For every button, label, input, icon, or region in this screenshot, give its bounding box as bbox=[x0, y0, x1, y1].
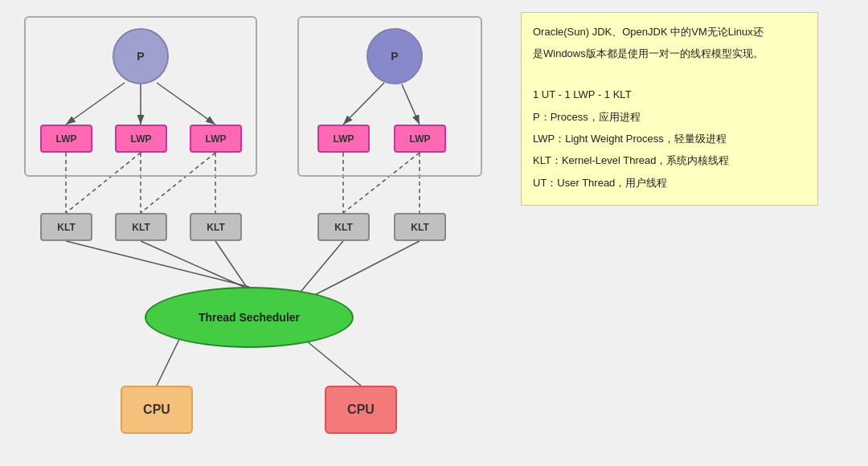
lwp1: LWP bbox=[40, 125, 92, 153]
cpu1: CPU bbox=[121, 386, 193, 434]
svg-line-18 bbox=[313, 241, 420, 296]
info-line1: Oracle(Sun) JDK、OpenJDK 中的VM无论Linux还 bbox=[533, 22, 806, 41]
info-line7: UT：User Thread，用户线程 bbox=[533, 174, 806, 192]
lwp4: LWP bbox=[317, 125, 370, 153]
svg-line-17 bbox=[297, 241, 343, 296]
lwp3: LWP bbox=[190, 125, 242, 153]
info-line6: KLT：Kernel-Level Thread，系统内核线程 bbox=[533, 151, 806, 170]
process-p2: P bbox=[366, 28, 423, 84]
info-panel: Oracle(Sun) JDK、OpenJDK 中的VM无论Linux还 是Wi… bbox=[521, 12, 818, 206]
lwp2: LWP bbox=[115, 125, 167, 153]
info-line5: LWP：Light Weight Process，轻量级进程 bbox=[533, 129, 806, 148]
thread-scheduler: Thread Secheduler bbox=[145, 287, 354, 348]
cpu2: CPU bbox=[325, 386, 397, 434]
klt3: KLT bbox=[190, 213, 242, 241]
lwp5: LWP bbox=[394, 125, 446, 153]
process-p1: P bbox=[113, 28, 169, 84]
info-line3: 1 UT - 1 LWP - 1 KLT bbox=[533, 85, 806, 104]
klt5: KLT bbox=[394, 213, 446, 241]
svg-line-14 bbox=[66, 241, 249, 287]
svg-line-16 bbox=[215, 241, 249, 291]
info-line4: P：Process，应用进程 bbox=[533, 108, 806, 126]
klt2: KLT bbox=[115, 213, 167, 241]
diagram-canvas: P LWP LWP LWP P LWP LWP KLT KLT KLT KLT … bbox=[0, 0, 868, 466]
klt1: KLT bbox=[40, 213, 92, 241]
info-line2: 是Windows版本都是使用一对一的线程模型实现。 bbox=[533, 44, 806, 63]
klt4: KLT bbox=[317, 213, 370, 241]
svg-line-15 bbox=[141, 241, 249, 289]
